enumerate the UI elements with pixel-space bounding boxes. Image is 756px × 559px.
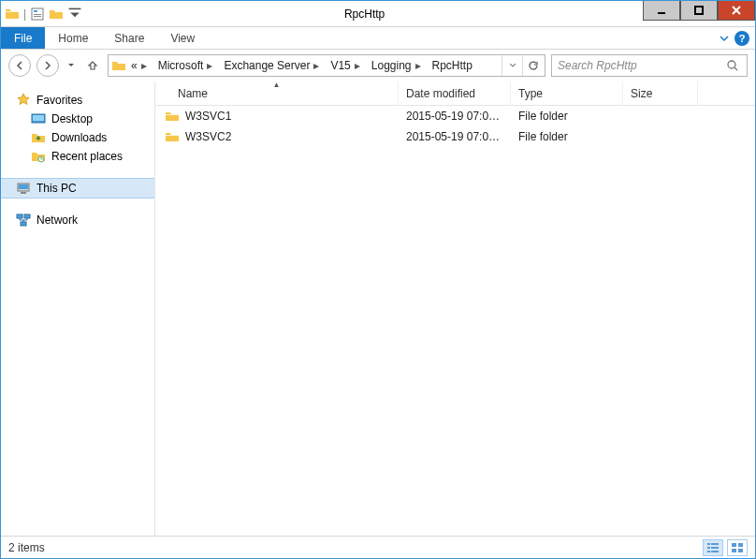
- cell-date: 2015-05-19 07:06 ...: [399, 130, 511, 143]
- svg-rect-1: [34, 10, 37, 12]
- file-name: W3SVC2: [185, 130, 231, 143]
- navigation-bar: «▸ Microsoft▸ Exchange Server▸ V15▸ Logg…: [1, 50, 755, 81]
- nav-label: This PC: [36, 182, 77, 195]
- column-headers: ▲ Name Date modified Type Size: [155, 81, 755, 106]
- svg-rect-4: [69, 7, 81, 9]
- search-icon[interactable]: [726, 59, 741, 72]
- search-input[interactable]: [558, 59, 726, 72]
- back-button[interactable]: [8, 54, 31, 77]
- quick-access-toolbar: |: [1, 7, 86, 22]
- ribbon-tabs: File Home Share View ?: [1, 27, 755, 50]
- column-date[interactable]: Date modified: [399, 81, 511, 105]
- tab-home[interactable]: Home: [45, 27, 101, 49]
- explorer-body: Favorites Desktop Downloads Recent place…: [1, 81, 755, 536]
- svg-rect-2: [34, 14, 41, 15]
- breadcrumb-item[interactable]: V15▸: [327, 59, 367, 72]
- cell-type: File folder: [511, 110, 623, 123]
- cell-date: 2015-05-19 07:06 ...: [399, 110, 511, 123]
- svg-rect-3: [34, 16, 41, 17]
- column-name[interactable]: ▲ Name: [155, 81, 399, 105]
- folder-icon: [5, 7, 20, 22]
- properties-icon[interactable]: [30, 7, 45, 22]
- cell-type: File folder: [511, 130, 623, 143]
- nav-recent-places[interactable]: Recent places: [1, 147, 154, 166]
- star-icon: [16, 93, 31, 108]
- svg-rect-19: [707, 547, 710, 549]
- up-button[interactable]: [83, 59, 102, 72]
- search-box[interactable]: [551, 54, 748, 77]
- file-row[interactable]: W3SVC22015-05-19 07:06 ...File folder: [155, 126, 755, 147]
- cell-name: W3SVC1: [155, 109, 399, 124]
- svg-rect-24: [738, 543, 743, 547]
- nav-label: Downloads: [51, 131, 107, 144]
- breadcrumb-item[interactable]: Logging▸: [368, 59, 429, 72]
- tab-share[interactable]: Share: [101, 27, 157, 49]
- network-icon: [16, 213, 31, 228]
- file-row[interactable]: W3SVC12015-05-19 07:06 ...File folder: [155, 106, 755, 126]
- nav-downloads[interactable]: Downloads: [1, 128, 154, 147]
- view-details-button[interactable]: [703, 539, 723, 556]
- file-list[interactable]: W3SVC12015-05-19 07:06 ...File folderW3S…: [155, 106, 755, 536]
- downloads-icon: [31, 130, 46, 145]
- help-icon[interactable]: ?: [734, 31, 749, 46]
- nav-this-pc[interactable]: This PC: [1, 179, 154, 198]
- svg-rect-12: [19, 184, 28, 189]
- minimize-button[interactable]: [643, 0, 680, 21]
- content-pane: ▲ Name Date modified Type Size W3SVC1201…: [155, 81, 755, 536]
- svg-rect-6: [695, 7, 703, 14]
- column-size[interactable]: Size: [623, 81, 698, 105]
- folder-icon: [165, 109, 180, 124]
- breadcrumb-item[interactable]: Microsoft▸: [154, 59, 221, 72]
- tab-file[interactable]: File: [1, 27, 45, 49]
- svg-rect-18: [711, 543, 719, 545]
- title-bar: | RpcHttp: [1, 1, 755, 27]
- recent-icon: [31, 149, 46, 164]
- refresh-icon[interactable]: [522, 55, 543, 76]
- nav-network[interactable]: Network: [1, 211, 154, 229]
- tab-view[interactable]: View: [157, 27, 208, 49]
- svg-rect-13: [21, 192, 26, 194]
- nav-label: Favorites: [36, 94, 82, 107]
- svg-rect-9: [33, 115, 44, 121]
- column-type[interactable]: Type: [511, 81, 623, 105]
- folder-icon: [165, 129, 180, 144]
- view-large-icons-button[interactable]: [727, 539, 748, 556]
- nav-favorites[interactable]: Favorites: [1, 91, 154, 110]
- navigation-pane: Favorites Desktop Downloads Recent place…: [1, 81, 155, 536]
- breadcrumb-item[interactable]: RpcHttp: [429, 59, 476, 72]
- address-bar[interactable]: «▸ Microsoft▸ Exchange Server▸ V15▸ Logg…: [108, 54, 545, 77]
- svg-rect-16: [21, 222, 26, 226]
- history-dropdown-icon[interactable]: [65, 54, 78, 77]
- file-name: W3SVC1: [185, 110, 231, 123]
- sort-indicator-icon: ▲: [273, 81, 281, 89]
- forward-button[interactable]: [36, 54, 59, 77]
- close-button[interactable]: [718, 0, 755, 21]
- breadcrumb-item[interactable]: Exchange Server▸: [220, 59, 327, 72]
- qat-dropdown-icon[interactable]: [67, 7, 82, 22]
- svg-rect-26: [738, 549, 743, 552]
- svg-rect-14: [17, 214, 22, 218]
- maximize-button[interactable]: [680, 0, 718, 21]
- ribbon-expand-icon[interactable]: [714, 27, 734, 49]
- svg-rect-25: [732, 549, 736, 552]
- address-dropdown-icon[interactable]: [502, 55, 522, 76]
- pc-icon: [16, 181, 31, 196]
- svg-rect-15: [24, 214, 30, 218]
- cell-name: W3SVC2: [155, 129, 399, 144]
- breadcrumb-overflow[interactable]: «▸: [127, 59, 154, 72]
- status-bar: 2 items: [1, 536, 755, 558]
- qat-separator: |: [23, 7, 26, 21]
- svg-point-7: [728, 61, 735, 68]
- svg-rect-23: [732, 543, 736, 547]
- nav-label: Recent places: [51, 150, 123, 163]
- nav-desktop[interactable]: Desktop: [1, 110, 154, 128]
- folder-icon: [110, 58, 127, 73]
- svg-rect-22: [711, 551, 719, 552]
- new-folder-icon[interactable]: [49, 7, 64, 22]
- desktop-icon: [31, 111, 46, 126]
- svg-rect-5: [658, 12, 665, 14]
- nav-label: Desktop: [51, 112, 93, 125]
- window-controls: [643, 1, 755, 26]
- status-item-count: 2 items: [8, 541, 45, 554]
- svg-rect-17: [707, 543, 710, 545]
